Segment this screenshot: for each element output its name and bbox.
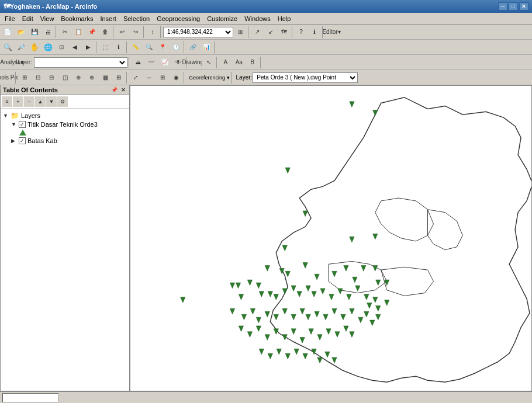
- layer-combo[interactable]: [34, 57, 127, 68]
- menu-item-view[interactable]: View: [37, 14, 58, 23]
- menu-item-customize[interactable]: Customize: [203, 14, 241, 23]
- xt-btn6[interactable]: ⊗: [85, 71, 98, 84]
- layer-batas-kab[interactable]: ▶ Batas Kab: [10, 137, 128, 145]
- import-btn[interactable]: ↙: [264, 26, 277, 39]
- survey-point-13: [344, 265, 348, 271]
- drawing-btn[interactable]: Drawing ▾: [189, 56, 202, 69]
- time-btn[interactable]: 🕐: [170, 41, 182, 54]
- layer2-checkbox[interactable]: [19, 137, 26, 144]
- font-btn[interactable]: Aa: [233, 56, 246, 69]
- go-to-btn[interactable]: 📍: [156, 41, 169, 54]
- xt-btn3[interactable]: ⊟: [45, 71, 58, 84]
- measure-btn[interactable]: 📏: [129, 41, 142, 54]
- hyperlink-btn[interactable]: 🔗: [186, 41, 199, 54]
- survey-point-71: [317, 335, 322, 341]
- 3d-analyst-btn[interactable]: 3D Analyst ▾: [1, 56, 14, 69]
- menu-item-help[interactable]: Help: [274, 14, 295, 23]
- menu-bar: FileEditViewBookmarksInsertSelectionGeop…: [0, 13, 532, 25]
- editor-dropdown[interactable]: Editor▾: [325, 26, 338, 39]
- draw-select[interactable]: ↖: [202, 56, 215, 69]
- text-btn[interactable]: A: [219, 56, 232, 69]
- toc-add-btn[interactable]: +: [13, 96, 23, 107]
- georef-layer-combo[interactable]: Peta Orde 3 ( New ).dwg Point: [253, 72, 358, 83]
- select-btn[interactable]: ⬚: [99, 41, 112, 54]
- survey-point-48: [274, 314, 278, 320]
- minimize-button[interactable]: ─: [498, 2, 507, 11]
- zoom-in-btn[interactable]: 🔍: [1, 41, 14, 54]
- save-btn[interactable]: 💾: [28, 26, 41, 39]
- toc-close-btn[interactable]: ✕: [120, 86, 127, 93]
- identify-btn[interactable]: ℹ: [112, 41, 125, 54]
- surface-btn[interactable]: ⛰: [132, 56, 144, 69]
- xt-btn10[interactable]: ↔: [143, 71, 156, 84]
- delete-btn[interactable]: 🗑: [99, 26, 112, 39]
- zoom-full-extent-btn[interactable]: ⊡: [55, 41, 68, 54]
- find-btn[interactable]: 🔍: [143, 41, 156, 54]
- contour-btn[interactable]: 〰: [145, 56, 158, 69]
- xt-btn2[interactable]: ⊡: [32, 71, 44, 84]
- xt-btn12[interactable]: ◉: [170, 71, 182, 84]
- toc-options-btn[interactable]: ⚙: [57, 96, 68, 107]
- undo-btn[interactable]: ↩: [116, 26, 129, 39]
- survey-point-85: [332, 357, 337, 363]
- copy-btn[interactable]: 📋: [72, 26, 85, 39]
- xt-btn8[interactable]: ⊞: [112, 71, 125, 84]
- xt-btn5[interactable]: ⊕: [72, 71, 85, 84]
- toc-up-btn[interactable]: ▲: [35, 96, 46, 107]
- zoom-out-btn[interactable]: 🔎: [15, 41, 27, 54]
- help-btn[interactable]: ?: [295, 26, 308, 39]
- xtools-pro-btn[interactable]: XTools Pro ▾: [1, 71, 14, 84]
- html-btn[interactable]: 📊: [200, 41, 213, 54]
- menu-item-geoprocessing[interactable]: Geoprocessing: [153, 14, 203, 23]
- toc-panel: Table Of Contents 📌 ✕ ≡ + − ▲ ▼ ⚙ ▼ 📁 La…: [0, 85, 130, 391]
- bold-btn[interactable]: B: [246, 56, 259, 69]
- map-btn[interactable]: 🗺: [278, 26, 291, 39]
- menu-item-bookmarks[interactable]: Bookmarks: [57, 14, 96, 23]
- layer-titik-dasar[interactable]: ▼ Titik Dasar Teknik Orde3: [10, 120, 128, 128]
- xt-btn11[interactable]: ⊞: [156, 71, 169, 84]
- redo-btn[interactable]: ↪: [129, 26, 142, 39]
- globe-btn[interactable]: 🌐: [42, 41, 54, 54]
- paste-btn[interactable]: 📌: [85, 26, 98, 39]
- export-btn[interactable]: ↗: [251, 26, 264, 39]
- xt-btn9[interactable]: ⤢: [129, 71, 142, 84]
- xt-btn4[interactable]: ◫: [58, 71, 71, 84]
- survey-point-11: [315, 274, 319, 280]
- new-btn[interactable]: 📄: [1, 26, 14, 39]
- pan-btn[interactable]: ✋: [28, 41, 41, 54]
- toc-group-header[interactable]: ▼ 📁 Layers: [2, 111, 128, 120]
- toc-remove-btn[interactable]: −: [24, 96, 34, 107]
- survey-point-1: [373, 110, 378, 116]
- menu-item-selection[interactable]: Selection: [120, 14, 153, 23]
- layer1-checkbox[interactable]: [19, 121, 26, 128]
- navigate-btn[interactable]: ↕: [146, 26, 159, 39]
- zoom-full-btn[interactable]: ⊞: [234, 26, 247, 39]
- print-btn[interactable]: 🖨: [42, 26, 54, 39]
- menu-item-edit[interactable]: Edit: [19, 14, 37, 23]
- survey-point-37: [355, 286, 360, 291]
- zoom-prev-btn[interactable]: ◀: [68, 41, 81, 54]
- profile-btn[interactable]: 📈: [158, 56, 171, 69]
- menu-item-windows[interactable]: Windows: [241, 14, 274, 23]
- map-area[interactable]: [130, 85, 532, 391]
- xt-btn7[interactable]: ▦: [99, 71, 112, 84]
- info-btn[interactable]: ℹ: [308, 26, 321, 39]
- zoom-next-btn[interactable]: ▶: [82, 41, 95, 54]
- sep18: [184, 72, 185, 84]
- xt-btn1[interactable]: ⊞: [18, 71, 31, 84]
- survey-point-51: [300, 308, 305, 314]
- survey-point-6: [282, 245, 287, 251]
- toc-pin-btn[interactable]: 📌: [110, 86, 119, 93]
- toc-down-btn[interactable]: ▼: [46, 96, 57, 107]
- toc-list-btn[interactable]: ≡: [2, 96, 12, 107]
- scale-combo[interactable]: 1:46,948,324,422: [163, 27, 233, 37]
- cut-btn[interactable]: ✂: [58, 26, 71, 39]
- menu-item-file[interactable]: File: [1, 14, 19, 23]
- close-button[interactable]: ✕: [519, 2, 528, 11]
- toc-header-controls: 📌 ✕: [110, 86, 127, 93]
- open-btn[interactable]: 📂: [15, 26, 27, 39]
- survey-point-20: [230, 283, 234, 289]
- georef-label[interactable]: Georeferencing ▾: [189, 75, 230, 81]
- menu-item-insert[interactable]: Insert: [96, 14, 120, 23]
- maximize-button[interactable]: □: [509, 2, 518, 11]
